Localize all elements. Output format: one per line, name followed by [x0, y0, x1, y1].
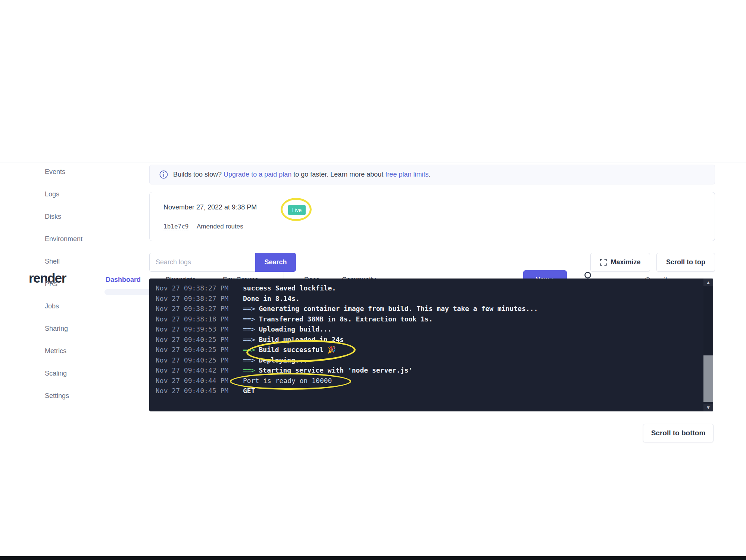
- log-lines: Nov 27 09:38:27 PMsuccess Saved lockfile…: [149, 279, 713, 396]
- maximize-button[interactable]: Maximize: [590, 253, 650, 272]
- upgrade-link[interactable]: Upgrade to a paid plan: [224, 171, 291, 178]
- arrow-icon: ==>: [243, 336, 255, 343]
- search-button[interactable]: Search: [255, 253, 296, 272]
- nav-link-dashboard[interactable]: Dashboard: [106, 276, 141, 284]
- free-plan-limits-link[interactable]: free plan limits: [385, 171, 428, 178]
- scroll-to-bottom-button[interactable]: Scroll to bottom: [643, 424, 714, 442]
- arrow-icon: ==>: [243, 346, 255, 354]
- log-line: Nov 27 09:40:25 PM==>Deploying...: [156, 355, 698, 365]
- search-logs-input[interactable]: [149, 253, 256, 272]
- live-status-badge: Live: [288, 205, 306, 215]
- log-line: Nov 27 09:38:27 PM==>Generating containe…: [156, 304, 698, 314]
- banner-text: Builds too slow? Upgrade to a paid plan …: [173, 171, 430, 178]
- log-terminal: Nov 27 09:38:27 PMsuccess Saved lockfile…: [149, 279, 713, 411]
- deploy-date: November 27, 2022 at 9:38 PM: [163, 203, 257, 211]
- sidebar-item-sharing[interactable]: Sharing: [45, 325, 68, 333]
- sidebar-item-settings[interactable]: Settings: [45, 392, 69, 400]
- log-line: Nov 27 09:40:25 PM==>Build uploaded in 2…: [156, 335, 698, 345]
- sidebar-item-prs[interactable]: PRs: [45, 280, 57, 288]
- log-line: Nov 27 09:40:42 PM==>Starting service wi…: [156, 365, 698, 376]
- top-navbar: render Dashboard Blueprints Env Groups D…: [0, 133, 746, 162]
- arrow-icon: ==>: [243, 366, 255, 374]
- sidebar-item-shell[interactable]: Shell: [45, 258, 60, 265]
- sidebar-item-jobs[interactable]: Jobs: [45, 302, 59, 310]
- scrollbar-thumb[interactable]: [703, 355, 713, 402]
- commit-message: Amended routes: [197, 223, 243, 230]
- deploy-card: November 27, 2022 at 9:38 PM Live 1b1e7c…: [149, 192, 715, 241]
- scrollbar-down-icon[interactable]: ▼: [703, 404, 713, 411]
- arrow-icon: ==>: [243, 305, 255, 312]
- log-line: Nov 27 09:39:53 PM==>Uploading build...: [156, 324, 698, 335]
- info-icon: [159, 170, 168, 179]
- terminal-scrollbar[interactable]: ▲ ▼: [703, 279, 713, 411]
- sidebar-item-events[interactable]: Events: [45, 168, 65, 176]
- arrow-icon: ==>: [243, 325, 255, 333]
- sidebar-item-scaling[interactable]: Scaling: [45, 370, 67, 377]
- sidebar-item-logs[interactable]: Logs: [45, 190, 59, 198]
- arrow-icon: ==>: [243, 356, 255, 364]
- sidebar-item-disks[interactable]: Disks: [45, 213, 61, 221]
- log-line: Nov 27 09:38:27 PMsuccess Saved lockfile…: [156, 283, 698, 293]
- bottom-taskbar-edge: [0, 556, 746, 560]
- log-line-build-successful: Nov 27 09:40:25 PM==>Build successful 🎉: [156, 345, 698, 355]
- sidebar-item-environment[interactable]: Environment: [45, 235, 82, 243]
- commit-hash-link[interactable]: 1b1e7c9: [163, 223, 188, 230]
- sidebar-item-metrics[interactable]: Metrics: [45, 347, 66, 355]
- log-line-port-ready: Nov 27 09:40:44 PMPort is ready on 10000: [156, 376, 698, 386]
- log-line: Nov 27 09:38:27 PMDone in 8.14s.: [156, 293, 698, 304]
- render-dashboard-page: render Dashboard Blueprints Env Groups D…: [0, 0, 746, 560]
- log-line: Nov 27 09:38:18 PM==>Transferred 38MB in…: [156, 314, 698, 324]
- arrow-icon: ==>: [243, 315, 255, 323]
- scroll-to-top-button[interactable]: Scroll to top: [656, 253, 715, 272]
- log-line: Nov 27 09:40:45 PMGET: [156, 386, 698, 396]
- upgrade-banner: Builds too slow? Upgrade to a paid plan …: [149, 165, 715, 184]
- scrollbar-up-icon[interactable]: ▲: [703, 279, 713, 286]
- maximize-icon: [600, 259, 607, 266]
